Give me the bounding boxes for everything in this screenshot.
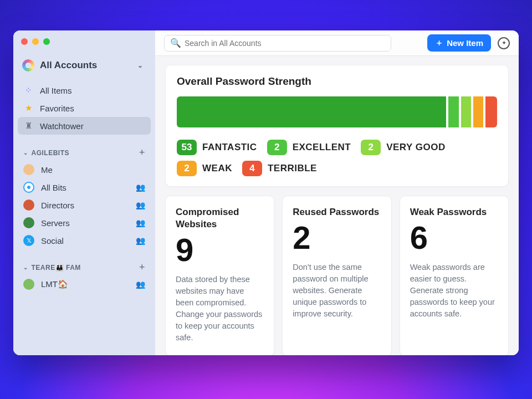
shared-icon: 👥 [136,218,145,227]
strength-bar [177,96,497,127]
badge-label: WEAK [202,163,232,174]
app-window: All Accounts ⌄ ⁘ All Items ★ Favorites ♜… [13,30,519,355]
strength-badge[interactable]: 2VERY GOOD [361,140,446,155]
grid-icon: ⁘ [23,85,33,95]
vault-item[interactable]: LMT🏠 👥 [18,275,151,293]
add-vault-button[interactable]: + [139,262,145,273]
compass-icon[interactable] [498,37,510,49]
add-vault-button[interactable]: + [139,147,145,158]
issue-cards-row: Compromised Websites 9 Data stored by th… [165,196,509,355]
badge-label: VERY GOOD [386,142,446,153]
issue-card[interactable]: Compromised Websites 9 Data stored by th… [165,196,274,355]
search-field[interactable]: 🔍 [164,35,391,52]
issue-title: Compromised Websites [176,206,264,231]
strength-badge[interactable]: 2WEAK [177,161,232,176]
vault-icon [23,279,34,290]
strength-segment [448,96,458,127]
vault-label: All Bits [41,183,66,192]
main-pane: 🔍 ＋ New Item Overall Password Strength 5… [155,30,519,355]
badge-count: 2 [177,161,197,176]
vault-section-name: AGILEBITS [32,149,70,157]
account-selector-label: All Accounts [40,60,97,71]
strength-badges: 53FANTASTIC2EXCELLENT2VERY GOOD2WEAK4TER… [177,140,497,176]
chevron-down-icon: ⌄ [137,62,143,69]
issue-count: 9 [176,234,264,266]
badge-count: 2 [361,140,381,155]
badge-label: FANTASTIC [202,142,257,153]
issue-card[interactable]: Reused Passwords 2 Don't use the same pa… [282,196,391,355]
strength-segment [461,96,471,127]
sidebar-item-label: Favorites [40,104,74,113]
search-input[interactable] [185,39,385,48]
badge-count: 4 [242,161,262,176]
sidebar-item-all-items[interactable]: ⁘ All Items [18,81,151,99]
avatar-icon [23,164,34,175]
close-icon[interactable] [21,38,28,45]
shared-icon: 👥 [136,280,145,289]
vault-icon [23,182,34,193]
strength-segment [485,96,497,127]
overall-strength-card: Overall Password Strength 53FANTASTIC2EX… [165,65,509,187]
sidebar-item-label: Watchtower [40,121,84,131]
issue-count: 2 [293,222,381,254]
sidebar: All Accounts ⌄ ⁘ All Items ★ Favorites ♜… [13,30,155,355]
vault-item[interactable]: Servers 👥 [18,214,151,232]
shared-icon: 👥 [136,183,145,192]
account-selector[interactable]: All Accounts ⌄ [18,54,151,81]
strength-segment [177,96,446,127]
shared-icon: 👥 [136,236,145,245]
strength-badge[interactable]: 4TERRIBLE [242,161,317,176]
vault-label: Social [41,236,64,245]
vault-section-header[interactable]: ⌄ TEARE👪 FAM + [18,249,151,275]
vault-icon [23,200,34,211]
issue-description: Don't use the same password on multiple … [293,262,381,320]
sidebar-item-label: All Items [40,86,72,95]
vault-section-name: TEARE👪 FAM [32,264,81,272]
sidebar-item-watchtower[interactable]: ♜ Watchtower [18,117,151,135]
vault-label: Directors [41,201,74,210]
app-logo-icon [22,59,34,71]
minimize-icon[interactable] [32,38,39,45]
badge-label: TERRIBLE [268,163,317,174]
watchtower-icon: ♜ [23,121,33,131]
strength-badge[interactable]: 2EXCELLENT [267,140,351,155]
strength-badge[interactable]: 53FANTASTIC [177,140,257,155]
vault-item[interactable]: 𝕏 Social 👥 [18,232,151,249]
issue-description: Weak passwords are easier to guess. Gene… [410,262,498,320]
topbar: 🔍 ＋ New Item [155,30,519,56]
card-title: Overall Password Strength [177,75,497,88]
content: Overall Password Strength 53FANTASTIC2EX… [155,56,519,355]
vault-label: Servers [41,218,70,228]
issue-title: Reused Passwords [293,206,381,218]
strength-segment [473,96,483,127]
window-controls [18,36,151,54]
vault-icon: 𝕏 [23,235,34,246]
sidebar-item-favorites[interactable]: ★ Favorites [18,99,151,117]
issue-description: Data stored by these websites may have b… [176,274,264,344]
issue-count: 6 [410,222,498,254]
vault-icon [23,217,34,228]
chevron-down-icon: ⌄ [23,264,28,270]
badge-label: EXCELLENT [293,142,351,153]
badge-count: 2 [267,140,287,155]
vault-section-header[interactable]: ⌄ AGILEBITS + [18,135,151,161]
zoom-icon[interactable] [43,38,50,45]
search-icon: 🔍 [170,38,181,48]
issue-card[interactable]: Weak Passwords 6 Weak passwords are easi… [400,196,509,355]
vault-item[interactable]: All Bits 👥 [18,178,151,196]
star-icon: ★ [23,103,33,113]
plus-icon: ＋ [435,38,443,48]
vault-label: Me [41,165,53,175]
badge-count: 53 [177,140,197,155]
shared-icon: 👥 [136,201,145,209]
vault-item[interactable]: Me [18,161,151,178]
chevron-down-icon: ⌄ [23,150,28,156]
new-item-button[interactable]: ＋ New Item [427,34,491,52]
issue-title: Weak Passwords [410,206,498,218]
vault-item[interactable]: Directors 👥 [18,196,151,214]
new-item-label: New Item [447,38,483,48]
vault-label: LMT🏠 [41,279,68,289]
